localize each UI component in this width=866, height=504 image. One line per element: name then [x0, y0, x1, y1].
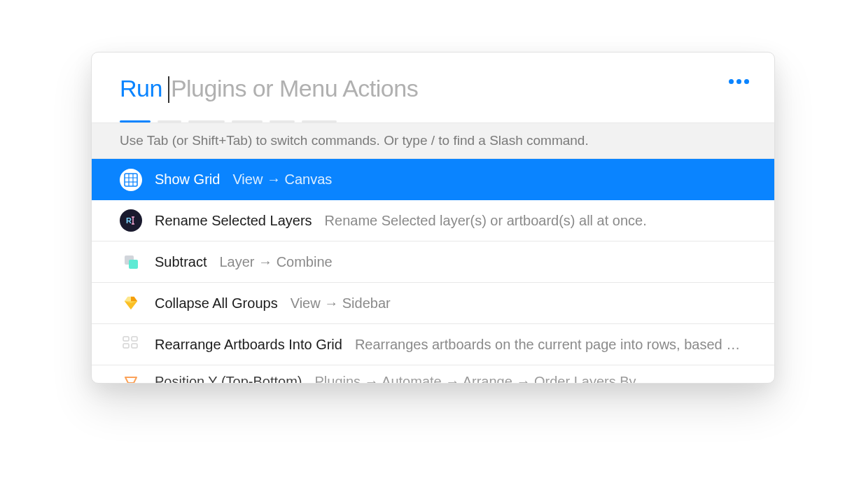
search-prefix: Run — [120, 75, 162, 102]
result-subtitle: Layer → Combine — [219, 254, 332, 270]
ellipsis-icon — [744, 79, 749, 84]
result-title: Rearrange Artboards Into Grid — [155, 337, 342, 353]
command-palette: Run Plugins or Menu Actions Use Tab (or … — [91, 52, 775, 384]
ellipsis-icon — [736, 79, 741, 84]
search-placeholder[interactable]: Plugins or Menu Actions — [171, 75, 418, 102]
result-item-collapse-groups[interactable]: Collapse All Groups View → Sidebar — [92, 283, 774, 324]
svg-text:R: R — [126, 216, 132, 225]
more-button[interactable] — [729, 79, 749, 84]
result-title: Show Grid — [155, 172, 220, 188]
tab-indicator[interactable] — [302, 120, 337, 122]
position-icon — [120, 370, 142, 384]
result-title: Position Y (Top-Bottom) — [155, 374, 302, 384]
result-subtitle: Rename Selected layer(s) or artboard(s) … — [325, 213, 647, 229]
hint-bar: Use Tab (or Shift+Tab) to switch command… — [92, 122, 774, 159]
tab-indicator[interactable] — [270, 120, 295, 122]
result-item-rearrange-artboards[interactable]: Rearrange Artboards Into Grid Rearranges… — [92, 324, 774, 365]
grid-icon — [120, 169, 142, 191]
result-item-position-y[interactable]: Position Y (Top-Bottom) Plugins → Automa… — [92, 365, 774, 384]
result-item-subtract[interactable]: Subtract Layer → Combine — [92, 241, 774, 283]
svg-rect-14 — [132, 344, 137, 348]
text-cursor — [168, 76, 169, 103]
result-subtitle: Plugins → Automate → Arrange → Order Lay… — [314, 374, 650, 384]
subtract-icon — [120, 251, 142, 273]
tab-indicator-active[interactable] — [120, 120, 151, 122]
result-item-show-grid[interactable]: Show Grid View → Canvas — [92, 159, 774, 200]
result-subtitle: Rearranges artboards on the current page… — [355, 337, 746, 353]
tab-indicator[interactable] — [188, 120, 225, 122]
results-list: Show Grid View → Canvas R Rename Selecte… — [92, 159, 774, 384]
rearrange-icon — [120, 333, 142, 356]
result-title: Rename Selected Layers — [155, 213, 312, 229]
rename-icon: R — [120, 209, 142, 232]
svg-rect-12 — [132, 337, 137, 341]
search-row: Run Plugins or Menu Actions — [92, 52, 774, 110]
tab-indicator[interactable] — [158, 120, 181, 122]
svg-rect-10 — [129, 260, 138, 269]
result-title: Subtract — [155, 254, 207, 270]
ellipsis-icon — [729, 79, 734, 84]
tab-indicator[interactable] — [232, 120, 263, 122]
result-title: Collapse All Groups — [155, 295, 278, 312]
hint-text: Use Tab (or Shift+Tab) to switch command… — [120, 133, 589, 148]
result-subtitle: View → Sidebar — [291, 295, 391, 312]
result-subtitle: View → Canvas — [232, 172, 332, 188]
svg-rect-11 — [123, 337, 129, 341]
tabs-indicator-strip — [92, 110, 774, 122]
svg-rect-0 — [125, 174, 137, 186]
svg-rect-13 — [123, 344, 129, 348]
diamond-icon — [120, 292, 142, 314]
result-item-rename-layers[interactable]: R Rename Selected Layers Rename Selected… — [92, 200, 774, 241]
